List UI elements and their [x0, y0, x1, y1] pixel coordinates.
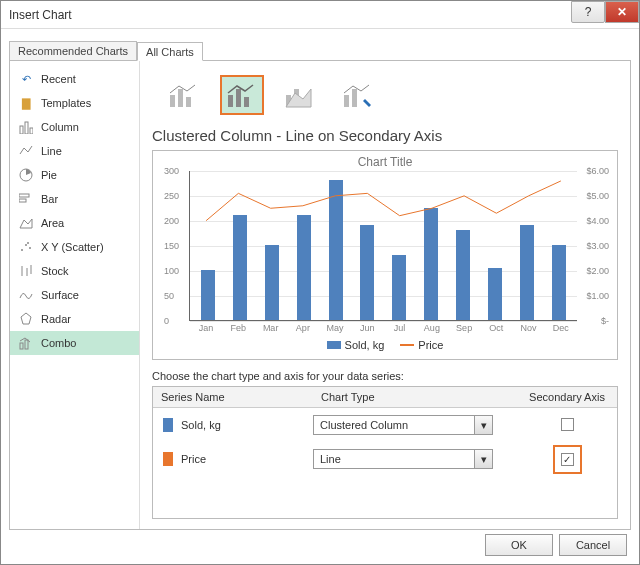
sidebar-item-scatter[interactable]: X Y (Scatter): [10, 235, 139, 259]
svg-rect-19: [186, 97, 191, 107]
svg-rect-18: [178, 89, 183, 107]
highlight-annotation: ✓: [553, 445, 582, 474]
cancel-button[interactable]: Cancel: [559, 534, 627, 556]
sidebar-item-templates[interactable]: ▇Templates: [10, 91, 139, 115]
chart-title: Chart Title: [161, 155, 609, 169]
sidebar-item-combo[interactable]: Combo: [10, 331, 139, 355]
close-button[interactable]: ✕: [605, 1, 639, 23]
chart-legend: Sold, kg Price: [161, 339, 609, 351]
svg-marker-14: [21, 313, 31, 324]
stock-icon: [18, 263, 34, 279]
svg-rect-1: [25, 122, 28, 134]
svg-point-10: [27, 242, 29, 244]
variant-4[interactable]: [336, 75, 380, 115]
variant-3[interactable]: [278, 75, 322, 115]
col-chart-type: Chart Type: [313, 387, 517, 407]
variant-2[interactable]: [220, 75, 264, 115]
help-button[interactable]: ?: [571, 1, 605, 23]
chart-type-select-1[interactable]: Clustered Column▾: [313, 415, 493, 435]
ok-button[interactable]: OK: [485, 534, 553, 556]
templates-icon: ▇: [18, 95, 34, 111]
series-row: Sold, kg Clustered Column▾: [153, 408, 617, 442]
svg-point-8: [25, 244, 27, 246]
chevron-down-icon: ▾: [474, 416, 492, 434]
svg-rect-22: [244, 97, 249, 107]
svg-point-7: [21, 249, 23, 251]
sidebar-item-recent[interactable]: ↶Recent: [10, 67, 139, 91]
window-title: Insert Chart: [9, 8, 571, 22]
sidebar-item-bar[interactable]: Bar: [10, 187, 139, 211]
sidebar: ↶Recent ▇Templates Column Line Pie Bar A…: [10, 61, 140, 529]
sidebar-item-surface[interactable]: Surface: [10, 283, 139, 307]
sidebar-item-area[interactable]: Area: [10, 211, 139, 235]
area-icon: [18, 215, 34, 231]
svg-point-9: [29, 247, 31, 249]
svg-rect-27: [352, 89, 357, 107]
series-grid: Series Name Chart Type Secondary Axis So…: [152, 386, 618, 519]
combo-icon: [18, 335, 34, 351]
column-icon: [18, 119, 34, 135]
bar-icon: [18, 191, 34, 207]
series-subhead: Choose the chart type and axis for your …: [152, 370, 618, 382]
svg-rect-17: [170, 95, 175, 107]
sidebar-item-column[interactable]: Column: [10, 115, 139, 139]
col-series-name: Series Name: [153, 387, 313, 407]
svg-rect-0: [20, 126, 23, 134]
chart-type-select-2[interactable]: Line▾: [313, 449, 493, 469]
variant-1[interactable]: [162, 75, 206, 115]
series-row: Price Line▾ ✓: [153, 442, 617, 476]
pie-icon: [18, 167, 34, 183]
surface-icon: [18, 287, 34, 303]
svg-marker-6: [20, 219, 32, 228]
secondary-axis-checkbox-2[interactable]: ✓: [561, 453, 574, 466]
line-icon: [18, 143, 34, 159]
svg-rect-15: [20, 343, 23, 349]
svg-rect-21: [236, 89, 241, 107]
recent-icon: ↶: [18, 71, 34, 87]
svg-rect-20: [228, 95, 233, 107]
series-swatch: [163, 452, 173, 466]
variant-heading: Clustered Column - Line on Secondary Axi…: [152, 127, 618, 144]
chevron-down-icon: ▾: [474, 450, 492, 468]
variant-icons: [152, 71, 618, 125]
tabs: Recommended Charts All Charts: [9, 41, 631, 61]
sidebar-item-pie[interactable]: Pie: [10, 163, 139, 187]
secondary-axis-checkbox-1[interactable]: [561, 418, 574, 431]
sidebar-item-stock[interactable]: Stock: [10, 259, 139, 283]
svg-rect-5: [19, 199, 26, 202]
plot-area: 050100150200250300$-$1.00$2.00$3.00$4.00…: [189, 171, 577, 321]
svg-rect-16: [25, 340, 28, 349]
svg-rect-4: [19, 194, 29, 197]
svg-rect-2: [30, 128, 33, 134]
sidebar-item-radar[interactable]: Radar: [10, 307, 139, 331]
tab-recommended[interactable]: Recommended Charts: [9, 41, 137, 60]
titlebar: Insert Chart ? ✕: [1, 1, 639, 29]
chart-preview[interactable]: Chart Title 050100150200250300$-$1.00$2.…: [152, 150, 618, 360]
col-secondary: Secondary Axis: [517, 387, 617, 407]
scatter-icon: [18, 239, 34, 255]
radar-icon: [18, 311, 34, 327]
series-swatch: [163, 418, 173, 432]
svg-rect-26: [344, 95, 349, 107]
sidebar-item-line[interactable]: Line: [10, 139, 139, 163]
tab-all-charts[interactable]: All Charts: [137, 42, 203, 61]
